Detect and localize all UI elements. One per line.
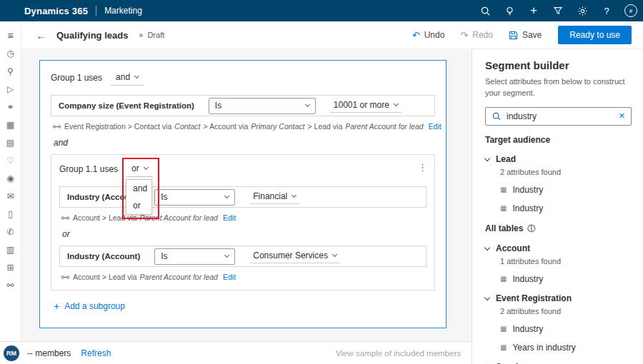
avatar-circle: # (624, 4, 637, 17)
header-icon-group: + ? # (473, 0, 643, 21)
apps-grid-icon[interactable]: ⊞ (0, 258, 21, 276)
attribute-label: Industry (512, 324, 543, 334)
group-1-operator-dropdown[interactable]: and (111, 70, 144, 86)
attribute-item[interactable]: ▦ Industry (500, 324, 632, 334)
edit-path-link[interactable]: Edit (429, 122, 442, 131)
library-icon[interactable]: ▥ (0, 241, 21, 258)
app-name-label[interactable]: Marketing (104, 6, 142, 16)
condition-operator-select[interactable]: Is (209, 98, 316, 114)
table-column-icon: ▦ (500, 186, 507, 193)
add-subgroup-button[interactable]: + Add a subgroup (54, 301, 435, 311)
add-subgroup-label: Add a subgroup (64, 301, 125, 311)
attribute-search-input[interactable] (507, 111, 614, 121)
phone-icon[interactable]: ▯ (0, 205, 21, 223)
chevron-down-icon (332, 252, 337, 257)
info-icon[interactable]: ⓘ (527, 223, 535, 234)
undo-button[interactable]: ↶ Undo (406, 26, 452, 44)
chevron-down-icon (305, 102, 310, 107)
target-audience-label: Target audience (485, 135, 550, 145)
app-window: Dynamics 365 Marketing + ? # ← Qualif (0, 0, 643, 364)
group-1-operator-value: and (116, 72, 130, 82)
audience-grid-icon[interactable]: ▦ (0, 116, 21, 133)
share-icon[interactable]: ⚯ (0, 276, 21, 294)
add-icon[interactable]: + (522, 0, 546, 21)
refresh-link[interactable]: Refresh (81, 348, 111, 358)
draft-status-badge: Draft (147, 31, 164, 39)
condition-value-dropdown[interactable]: Financial (249, 190, 299, 204)
path-segment: Account > Lead via (73, 273, 137, 281)
condition-value-dropdown[interactable]: 10001 or more (330, 98, 402, 113)
chevron-down-icon (291, 193, 296, 198)
play-icon[interactable]: ▷ (0, 80, 21, 98)
condition-row-industry-financial: Industry (Account) Is Financial (59, 186, 427, 208)
heart-icon[interactable]: ♡ (0, 151, 21, 169)
tree-group-account[interactable]: Account (485, 243, 632, 253)
tree-group-label: Lead (496, 154, 516, 164)
path-segment: Event Registration > Contact via (64, 122, 171, 131)
condition-operator-select[interactable]: Is (154, 189, 235, 206)
search-icon[interactable] (473, 0, 497, 21)
account-avatar[interactable]: # (619, 0, 643, 21)
group-joiner-label: and (54, 138, 434, 148)
list-icon[interactable]: ▤ (0, 133, 21, 151)
attribute-item[interactable]: ▦ Industry (500, 185, 632, 195)
condition-value-dropdown[interactable]: Consumer Services (249, 249, 340, 263)
lightbulb-icon[interactable] (497, 0, 522, 21)
header-divider (96, 6, 96, 16)
edit-path-link[interactable]: Edit (223, 273, 236, 281)
segment-builder-panel: Segment builder Select attributes from b… (472, 49, 643, 364)
user-avatar[interactable]: RM (4, 345, 19, 361)
back-button[interactable]: ← (31, 29, 51, 41)
save-label: Save (522, 30, 542, 40)
chevron-down-icon (224, 193, 229, 198)
operator-value: Is (215, 101, 221, 111)
tree-group-event-registration[interactable]: Event Registration (485, 293, 632, 303)
chevron-down-icon (394, 101, 399, 106)
attribute-count-label: 2 attributes found (500, 168, 632, 176)
mail-icon[interactable]: ✉ (0, 187, 21, 205)
help-icon[interactable]: ? (594, 0, 619, 21)
attribute-item[interactable]: ▦ Industry (500, 274, 632, 284)
group-1-1-label: Group 1.1 uses (59, 164, 118, 174)
path-relationship: Parent Account for lead (140, 273, 218, 281)
operator-value: Is (161, 251, 167, 261)
redo-button[interactable]: ↷ Redo (454, 26, 499, 44)
menu-item-or[interactable]: or (126, 197, 151, 214)
chevron-down-icon (484, 156, 490, 161)
filter-icon[interactable] (546, 0, 570, 21)
operator-dropdown-menu: and or (126, 179, 152, 215)
relationship-path: Event Registration > Contact via Contact… (52, 122, 435, 131)
group-1-1-header: Group 1.1 uses or and or (59, 161, 427, 177)
menu-icon[interactable]: ≡ (0, 26, 21, 44)
edit-path-link[interactable]: Edit (223, 213, 236, 222)
relationship-icon (61, 274, 70, 280)
settings-gear-icon[interactable] (570, 0, 594, 21)
group-1-1-container: ⋮ Group 1.1 uses or and or (51, 154, 435, 290)
view-sample-link[interactable]: View sample of included members (336, 349, 461, 358)
menu-item-and[interactable]: and (126, 180, 151, 197)
pin-icon[interactable]: ⚲ (0, 62, 21, 80)
command-bar: ← Qualifying leads Draft ↶ Undo ↷ Redo S… (21, 21, 643, 49)
attribute-item[interactable]: ▦ Industry (500, 203, 632, 213)
call-icon[interactable]: ✆ (0, 223, 21, 241)
group-1-1-operator-value: or (131, 163, 139, 173)
more-options-icon[interactable]: ⋮ (418, 162, 427, 173)
attribute-item[interactable]: ▦ Years in industry (500, 343, 632, 353)
condition-operator-select[interactable]: Is (154, 248, 235, 265)
left-nav-rail: ≡ ◷ ⚲ ▷ ⚭ ▦ ▤ ♡ ◉ ✉ ▯ ✆ ▥ ⊞ ⚯ (0, 21, 21, 341)
tree-group-lead[interactable]: Lead (485, 154, 632, 164)
journeys-icon[interactable]: ⚭ (0, 98, 21, 116)
record-icon[interactable]: ◉ (0, 169, 21, 187)
clock-icon[interactable]: ◷ (0, 44, 21, 62)
relationship-path: Account > Lead via Parent Account for le… (61, 213, 427, 222)
ready-to-use-button[interactable]: Ready to use (558, 26, 632, 44)
condition-row-industry-consumer: Industry (Account) Is Consumer Services (59, 246, 427, 267)
clear-search-icon[interactable]: ✕ (619, 111, 625, 121)
attribute-label: Industry (512, 185, 543, 195)
path-relationship: Contact (174, 122, 200, 131)
undo-icon: ↶ (412, 31, 420, 40)
brand-label[interactable]: Dynamics 365 (24, 6, 88, 16)
group-1-1-operator-dropdown[interactable]: or (126, 161, 153, 177)
save-button[interactable]: Save (502, 26, 548, 44)
relationship-path: Account > Lead via Parent Account for le… (61, 273, 427, 281)
